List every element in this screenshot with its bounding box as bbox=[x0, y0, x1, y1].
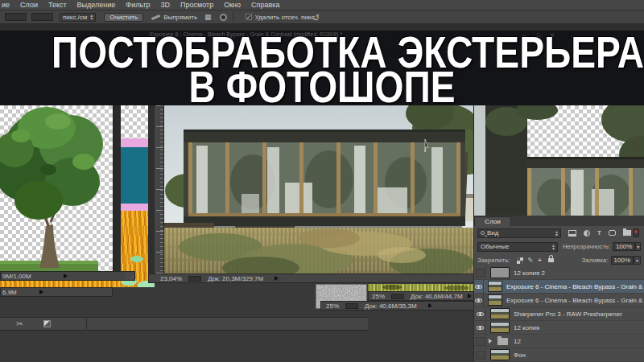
visibility-cell[interactable] bbox=[474, 294, 484, 307]
resolution-unit-value: пикс./см bbox=[63, 14, 87, 21]
group-expand-arrow-icon[interactable] bbox=[489, 339, 492, 343]
zoom-level-field[interactable]: 25% bbox=[326, 302, 339, 310]
layer-list: 12 копия 2 Exposure 6 - Cinema - Bleach … bbox=[474, 266, 644, 362]
crop-settings-gear-icon[interactable] bbox=[220, 14, 227, 21]
menu-item[interactable]: Справка bbox=[251, 1, 279, 9]
layer-thumbnail[interactable] bbox=[490, 308, 510, 319]
doc-size-text: Док: 40,6М/44,7М bbox=[411, 293, 463, 300]
crop-height-field[interactable] bbox=[31, 13, 53, 21]
scissors-icon[interactable]: ✂ bbox=[16, 319, 23, 328]
status-flyout-arrow-icon[interactable] bbox=[428, 303, 432, 308]
filter-smart-objects-icon[interactable] bbox=[623, 230, 631, 236]
layer-thumbnail[interactable] bbox=[490, 267, 510, 278]
visibility-box bbox=[474, 282, 483, 291]
menu-item[interactable]: Окно bbox=[224, 1, 241, 9]
lock-transparency-icon[interactable] bbox=[517, 257, 523, 264]
lock-paint-brush-icon[interactable]: ✎ bbox=[528, 257, 534, 264]
layer-thumbnail[interactable] bbox=[490, 349, 510, 360]
clear-button[interactable]: Очистить bbox=[104, 13, 143, 22]
fill-value-field[interactable]: 100% bbox=[611, 256, 634, 265]
straighten-label: Выпрямить bbox=[163, 14, 197, 21]
menu-item[interactable]: 3D bbox=[161, 1, 171, 9]
blend-mode-dropdown[interactable]: Обычные ▴▾ bbox=[477, 242, 558, 252]
reset-icon[interactable]: ↺ bbox=[312, 13, 320, 23]
filter-pixel-layers-icon[interactable] bbox=[568, 230, 576, 237]
layer-row[interactable]: 12 bbox=[474, 335, 644, 348]
visibility-box bbox=[474, 296, 483, 305]
layer-name: Sharpener Pro 3 - RAW Presharpener bbox=[514, 311, 622, 318]
visibility-cell[interactable] bbox=[474, 321, 486, 335]
house-render-illustration bbox=[164, 105, 473, 274]
filter-type-layers-icon[interactable]: T bbox=[597, 230, 601, 237]
menu-item[interactable]: Слои bbox=[20, 1, 38, 9]
menu-item[interactable]: Выделение bbox=[77, 1, 116, 9]
chevron-updown-icon: ▴▾ bbox=[555, 230, 558, 237]
zoom-level-field[interactable]: 25% bbox=[372, 293, 385, 300]
crop-width-field[interactable] bbox=[5, 13, 27, 21]
visibility-cell[interactable] bbox=[474, 307, 486, 321]
menu-item[interactable]: Просмотр bbox=[180, 1, 213, 9]
layer-name: Exposure 6 - Cinema - Bleach Bypass - Gr… bbox=[506, 283, 644, 290]
eye-icon bbox=[475, 298, 482, 302]
tree-document-canvas[interactable] bbox=[0, 105, 113, 271]
visibility-cell[interactable] bbox=[474, 266, 486, 280]
gradient-square-icon[interactable] bbox=[43, 320, 51, 327]
opacity-dropdown-arrow-icon[interactable]: ▾ bbox=[635, 242, 641, 251]
status-mini-field[interactable] bbox=[391, 294, 404, 299]
filter-type-dropdown[interactable]: Вид ▴▾ bbox=[477, 228, 561, 238]
video-title-overlay: Exposure 6 - Cinema - Bleach Bypass - Gr… bbox=[0, 31, 644, 105]
filter-adjustment-layers-icon[interactable] bbox=[584, 230, 590, 237]
layer-row[interactable]: Exposure 6 - Cinema - Bleach Bypass - Gr… bbox=[474, 294, 644, 307]
right-document-canvas[interactable] bbox=[473, 105, 644, 216]
visibility-box bbox=[476, 337, 485, 346]
layer-thumbnail[interactable] bbox=[490, 322, 510, 333]
layer-filter-row: Вид ▴▾ T bbox=[474, 226, 644, 240]
status-flyout-arrow-icon[interactable] bbox=[64, 274, 68, 278]
filter-toggle-switch[interactable] bbox=[633, 228, 639, 237]
layer-thumbnail[interactable] bbox=[488, 281, 502, 292]
lock-position-icon[interactable]: + bbox=[538, 257, 542, 264]
lock-all-icon[interactable] bbox=[548, 258, 554, 262]
doc-size-text: 9М/1,00М bbox=[2, 273, 31, 280]
visibility-cell[interactable] bbox=[474, 335, 486, 348]
house-closeup-illustration bbox=[474, 105, 644, 216]
menu-item[interactable]: Текст bbox=[48, 1, 67, 9]
menu-item[interactable]: Фильтр bbox=[126, 1, 150, 9]
layers-panel: Слои Вид ▴▾ T Обычные ▴▾ Непрозрачность:… bbox=[473, 216, 644, 362]
fill-dropdown-arrow-icon[interactable]: ▾ bbox=[634, 256, 641, 265]
layer-row[interactable]: Фон bbox=[474, 348, 644, 362]
tab-layers[interactable]: Слои bbox=[474, 216, 511, 226]
window-edge bbox=[148, 105, 155, 274]
layer-row[interactable]: 12 копия bbox=[474, 321, 644, 335]
delete-cropped-pixels-checkbox[interactable]: ✓ Удалить отсеч. пикс. bbox=[246, 14, 316, 21]
status-mini-field[interactable] bbox=[345, 303, 358, 309]
resolution-unit-dropdown[interactable]: пикс./см ▴▾ bbox=[60, 13, 96, 22]
layer-row[interactable]: Exposure 6 - Cinema - Bleach Bypass - Gr… bbox=[474, 280, 644, 294]
zoom-level-field[interactable]: 23,04% bbox=[160, 275, 182, 282]
filter-shape-layers-icon[interactable] bbox=[609, 230, 616, 236]
overlay-grid-icon[interactable]: ▦ bbox=[204, 13, 212, 21]
window-resize-grip[interactable] bbox=[126, 273, 134, 279]
filter-value: Вид bbox=[487, 229, 498, 237]
status-flyout-arrow-icon[interactable] bbox=[39, 290, 43, 294]
status-mini-field[interactable] bbox=[188, 276, 201, 282]
doc-size-text: 6,9М bbox=[2, 289, 17, 296]
blend-mode-value: Обычные bbox=[481, 243, 509, 250]
layer-thumbnail[interactable] bbox=[497, 338, 508, 345]
straighten-button[interactable]: Выпрямить bbox=[151, 14, 197, 21]
menu-bar: ие Слои Текст Выделение Фильтр 3D Просмо… bbox=[0, 0, 644, 10]
options-bar: пикс./см ▴▾ Очистить Выпрямить ▦ ✓ Удали… bbox=[0, 10, 644, 24]
menu-item[interactable]: ие bbox=[2, 1, 10, 9]
layer-row[interactable]: Sharpener Pro 3 - RAW Presharpener bbox=[474, 307, 644, 321]
main-document-canvas[interactable] bbox=[164, 105, 473, 274]
status-flyout-arrow-icon[interactable] bbox=[468, 294, 472, 298]
status-flyout-arrow-icon[interactable] bbox=[275, 276, 279, 281]
eye-icon bbox=[475, 285, 482, 289]
visibility-cell[interactable] bbox=[474, 348, 486, 362]
chevron-updown-icon: ▴▾ bbox=[90, 14, 93, 20]
opacity-value-field[interactable]: 100% bbox=[613, 242, 635, 251]
doc-size-text: Док: 20,3М/329,7М bbox=[208, 275, 263, 282]
layer-row[interactable]: 12 копия 2 bbox=[474, 266, 644, 280]
layer-thumbnail[interactable] bbox=[488, 294, 502, 306]
visibility-cell[interactable] bbox=[474, 280, 484, 294]
